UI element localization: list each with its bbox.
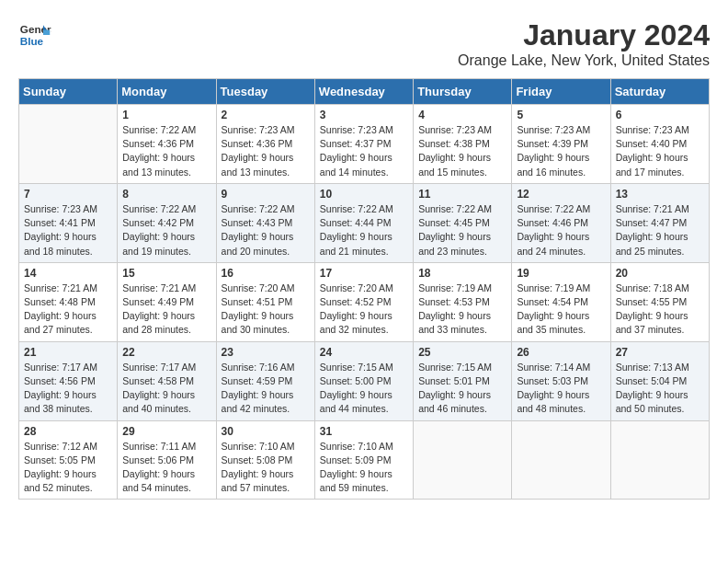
day-number: 21 [24,346,112,359]
calendar-cell: 29 Sunrise: 7:11 AMSunset: 5:06 PMDaylig… [118,420,216,500]
calendar-cell: 28 Sunrise: 7:12 AMSunset: 5:05 PMDaylig… [19,420,118,500]
day-info: Sunrise: 7:17 AMSunset: 4:56 PMDaylight:… [24,362,97,415]
day-number: 28 [24,425,112,438]
svg-marker-3 [43,30,50,35]
day-info: Sunrise: 7:23 AMSunset: 4:41 PMDaylight:… [24,203,97,257]
calendar-cell [512,420,610,500]
column-header-wednesday: Wednesday [314,79,413,105]
calendar-cell [610,420,709,500]
day-number: 12 [517,188,605,201]
day-info: Sunrise: 7:22 AMSunset: 4:42 PMDaylight:… [122,203,196,257]
calendar-body: 1 Sunrise: 7:22 AMSunset: 4:36 PMDayligh… [19,105,710,500]
day-info: Sunrise: 7:12 AMSunset: 5:05 PMDaylight:… [24,441,97,494]
day-number: 3 [320,109,408,121]
day-info: Sunrise: 7:21 AMSunset: 4:48 PMDaylight:… [24,282,97,336]
day-info: Sunrise: 7:14 AMSunset: 5:03 PMDaylight:… [517,362,590,415]
calendar-cell: 25 Sunrise: 7:15 AMSunset: 5:01 PMDaylig… [414,341,512,420]
day-info: Sunrise: 7:10 AMSunset: 5:08 PMDaylight:… [222,441,295,494]
calendar-cell: 14 Sunrise: 7:21 AMSunset: 4:48 PMDaylig… [19,262,118,341]
day-info: Sunrise: 7:11 AMSunset: 5:06 PMDaylight:… [122,441,196,494]
day-info: Sunrise: 7:23 AMSunset: 4:37 PMDaylight:… [320,124,393,178]
column-header-tuesday: Tuesday [216,79,314,105]
calendar-cell: 5 Sunrise: 7:23 AMSunset: 4:39 PMDayligh… [512,105,610,184]
day-number: 23 [222,346,310,359]
day-number: 20 [616,267,704,280]
calendar-cell: 4 Sunrise: 7:23 AMSunset: 4:38 PMDayligh… [414,105,512,184]
day-number: 18 [418,267,506,280]
calendar-table: SundayMondayTuesdayWednesdayThursdayFrid… [18,78,710,500]
day-info: Sunrise: 7:22 AMSunset: 4:43 PMDaylight:… [222,203,295,257]
calendar-cell: 18 Sunrise: 7:19 AMSunset: 4:53 PMDaylig… [414,262,512,341]
day-info: Sunrise: 7:20 AMSunset: 4:52 PMDaylight:… [320,282,393,336]
calendar-subtitle: Orange Lake, New York, United States [458,52,710,69]
day-number: 6 [616,109,704,121]
day-info: Sunrise: 7:18 AMSunset: 4:55 PMDaylight:… [616,282,689,336]
calendar-cell: 21 Sunrise: 7:17 AMSunset: 4:56 PMDaylig… [19,341,118,420]
calendar-week-5: 28 Sunrise: 7:12 AMSunset: 5:05 PMDaylig… [19,420,710,500]
calendar-title: January 2024 [458,18,710,52]
day-number: 27 [616,346,704,359]
day-number: 22 [122,346,210,359]
day-number: 10 [320,188,408,201]
calendar-week-1: 1 Sunrise: 7:22 AMSunset: 4:36 PMDayligh… [19,105,710,184]
day-number: 5 [517,109,605,121]
page-header: General Blue January 2024 Orange Lake, N… [18,18,710,69]
calendar-cell: 11 Sunrise: 7:22 AMSunset: 4:45 PMDaylig… [414,183,512,262]
day-number: 16 [222,267,310,280]
day-info: Sunrise: 7:15 AMSunset: 5:00 PMDaylight:… [320,362,393,415]
calendar-cell: 7 Sunrise: 7:23 AMSunset: 4:41 PMDayligh… [19,183,118,262]
day-info: Sunrise: 7:22 AMSunset: 4:45 PMDaylight:… [418,203,492,257]
day-number: 13 [616,188,704,201]
day-info: Sunrise: 7:21 AMSunset: 4:49 PMDaylight:… [122,282,196,336]
calendar-cell [19,105,118,184]
day-number: 26 [517,346,605,359]
day-number: 19 [517,267,605,280]
day-info: Sunrise: 7:20 AMSunset: 4:51 PMDaylight:… [222,282,295,336]
day-number: 24 [320,346,408,359]
logo-icon: General Blue [18,18,51,52]
calendar-cell: 31 Sunrise: 7:10 AMSunset: 5:09 PMDaylig… [314,420,413,500]
day-number: 17 [320,267,408,280]
calendar-week-3: 14 Sunrise: 7:21 AMSunset: 4:48 PMDaylig… [19,262,710,341]
day-number: 9 [222,188,310,201]
logo: General Blue [18,18,51,52]
day-info: Sunrise: 7:23 AMSunset: 4:36 PMDaylight:… [222,124,295,178]
column-header-friday: Friday [512,79,610,105]
column-header-thursday: Thursday [414,79,512,105]
day-number: 14 [24,267,112,280]
calendar-cell: 19 Sunrise: 7:19 AMSunset: 4:54 PMDaylig… [512,262,610,341]
calendar-cell: 6 Sunrise: 7:23 AMSunset: 4:40 PMDayligh… [610,105,709,184]
calendar-cell: 10 Sunrise: 7:22 AMSunset: 4:44 PMDaylig… [314,183,413,262]
day-info: Sunrise: 7:23 AMSunset: 4:38 PMDaylight:… [418,124,492,178]
calendar-cell: 1 Sunrise: 7:22 AMSunset: 4:36 PMDayligh… [118,105,216,184]
day-info: Sunrise: 7:22 AMSunset: 4:44 PMDaylight:… [320,203,393,257]
calendar-cell: 9 Sunrise: 7:22 AMSunset: 4:43 PMDayligh… [216,183,314,262]
day-number: 25 [418,346,506,359]
calendar-cell: 24 Sunrise: 7:15 AMSunset: 5:00 PMDaylig… [314,341,413,420]
calendar-cell: 8 Sunrise: 7:22 AMSunset: 4:42 PMDayligh… [118,183,216,262]
day-number: 15 [122,267,210,280]
day-info: Sunrise: 7:10 AMSunset: 5:09 PMDaylight:… [320,441,393,494]
calendar-header-row: SundayMondayTuesdayWednesdayThursdayFrid… [19,79,710,105]
day-info: Sunrise: 7:23 AMSunset: 4:40 PMDaylight:… [616,124,689,178]
day-info: Sunrise: 7:22 AMSunset: 4:46 PMDaylight:… [517,203,590,257]
calendar-cell: 12 Sunrise: 7:22 AMSunset: 4:46 PMDaylig… [512,183,610,262]
day-info: Sunrise: 7:15 AMSunset: 5:01 PMDaylight:… [418,362,492,415]
day-number: 31 [320,425,408,438]
svg-text:Blue: Blue [20,35,44,47]
day-number: 29 [122,425,210,438]
day-number: 30 [222,425,310,438]
day-number: 7 [24,188,112,201]
calendar-cell: 15 Sunrise: 7:21 AMSunset: 4:49 PMDaylig… [118,262,216,341]
calendar-cell: 23 Sunrise: 7:16 AMSunset: 4:59 PMDaylig… [216,341,314,420]
day-info: Sunrise: 7:19 AMSunset: 4:54 PMDaylight:… [517,282,590,336]
calendar-cell [414,420,512,500]
title-block: January 2024 Orange Lake, New York, Unit… [458,18,710,69]
day-number: 8 [122,188,210,201]
calendar-cell: 26 Sunrise: 7:14 AMSunset: 5:03 PMDaylig… [512,341,610,420]
day-info: Sunrise: 7:22 AMSunset: 4:36 PMDaylight:… [122,124,196,178]
calendar-cell: 3 Sunrise: 7:23 AMSunset: 4:37 PMDayligh… [314,105,413,184]
day-info: Sunrise: 7:19 AMSunset: 4:53 PMDaylight:… [418,282,492,336]
day-number: 2 [222,109,310,121]
calendar-cell: 22 Sunrise: 7:17 AMSunset: 4:58 PMDaylig… [118,341,216,420]
